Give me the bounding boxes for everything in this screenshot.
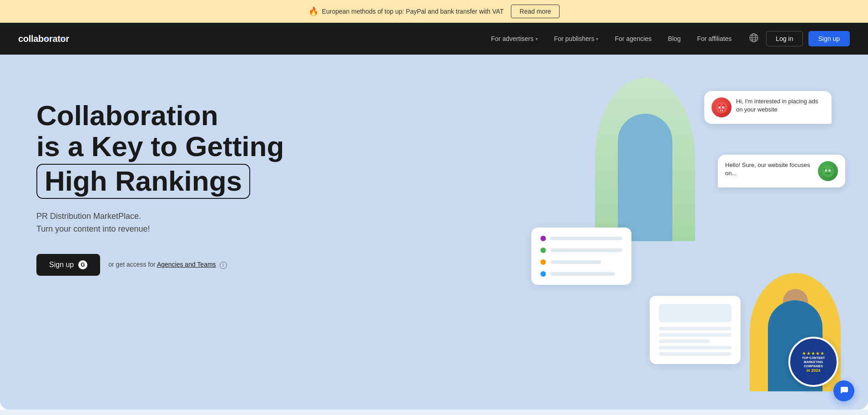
svg-point-9	[722, 106, 725, 109]
chevron-down-icon: ▾	[596, 36, 598, 41]
person-woman	[595, 77, 695, 241]
hero-title-highlight: High Rankings	[36, 164, 250, 198]
list-dot-blue	[540, 271, 546, 277]
banner-text: 🔥 European methods of top up: PayPal and…	[308, 6, 504, 16]
content-line	[659, 333, 732, 337]
cta-row: Sign up G or get access for Agencies and…	[36, 254, 284, 276]
chat-text-1: Hi, I'm interested in placing ads on you…	[736, 97, 824, 114]
hero-subtitle-line2: Turn your content into revenue!	[36, 224, 150, 233]
man-body	[768, 300, 823, 391]
nav-item-agencies[interactable]: For agencies	[608, 31, 658, 46]
chat-icon	[839, 385, 849, 397]
list-line-1	[550, 237, 622, 240]
monster-avatar-red	[712, 97, 732, 117]
svg-rect-13	[722, 110, 723, 111]
logo[interactable]: collaborator	[18, 34, 69, 44]
login-button[interactable]: Log in	[766, 31, 802, 46]
svg-point-17	[826, 171, 827, 172]
nav-item-publishers[interactable]: For publishers ▾	[548, 31, 605, 46]
cta-access-prefix: or get access for	[108, 261, 156, 268]
chat-bubble-2: Hello! Sure, our website focuses on...	[718, 155, 845, 187]
monster-avatar-green	[818, 161, 838, 181]
svg-point-5	[716, 101, 727, 113]
svg-rect-7	[723, 105, 725, 107]
hero-content: Collaboration is a Key to Getting High R…	[36, 82, 284, 276]
logo-text: collaborator	[18, 34, 69, 44]
svg-point-10	[720, 107, 721, 108]
list-item	[540, 271, 622, 277]
list-card	[531, 228, 631, 285]
navbar: collaborator For advertisers ▾ For publi…	[0, 23, 868, 55]
cta-agencies-text: or get access for Agencies and Teams i	[108, 261, 227, 269]
read-more-button[interactable]: Read more	[511, 5, 560, 18]
nav-affiliates-label: For affiliates	[697, 35, 732, 42]
award-badge: ★★★★★ TOP CONTENT MARKETING COMPANIES in…	[788, 337, 838, 387]
trusted-section: Trusted by	[0, 410, 868, 415]
nav-links: For advertisers ▾ For publishers ▾ For a…	[484, 31, 738, 46]
content-lines	[659, 327, 732, 356]
person-man	[750, 273, 841, 391]
signup-button-nav[interactable]: Sign up	[808, 31, 850, 46]
nav-advertisers-label: For advertisers	[491, 35, 533, 42]
nav-item-blog[interactable]: Blog	[661, 31, 687, 46]
badge-stars: ★★★★★	[802, 351, 825, 356]
nav-publishers-label: For publishers	[554, 35, 595, 42]
svg-point-16	[829, 170, 831, 172]
cta-signup-label: Sign up	[49, 261, 74, 269]
content-line-short	[659, 339, 710, 343]
woman-head	[631, 114, 659, 141]
svg-point-15	[825, 170, 828, 172]
list-line-4	[550, 272, 615, 276]
list-item	[540, 236, 622, 241]
chevron-down-icon: ▾	[535, 36, 538, 41]
svg-point-11	[723, 107, 724, 108]
svg-rect-12	[720, 110, 721, 111]
woman-body	[618, 114, 672, 241]
woman-figure	[595, 77, 695, 241]
badge-year: in 2024	[807, 368, 821, 373]
content-line	[659, 327, 732, 330]
man-head	[783, 289, 808, 314]
chat-support-button[interactable]	[833, 380, 854, 401]
chat-bubble-1: Hi, I'm interested in placing ads on you…	[704, 91, 832, 124]
nav-agencies-label: For agencies	[615, 35, 651, 42]
agencies-teams-link[interactable]: Agencies and Teams	[157, 261, 216, 268]
list-dot-orange	[540, 259, 546, 265]
list-item	[540, 248, 622, 253]
banner-message: European methods of top up: PayPal and b…	[322, 8, 504, 15]
man-figure	[750, 273, 841, 391]
nav-right: Log in Sign up	[747, 31, 850, 47]
cta-signup-button[interactable]: Sign up G	[36, 254, 100, 276]
content-image-block	[659, 304, 732, 322]
hero-title-line2: is a Key to Getting	[36, 131, 284, 162]
content-line	[659, 352, 732, 356]
nav-blog-label: Blog	[668, 35, 681, 42]
svg-rect-20	[831, 168, 832, 170]
list-item	[540, 259, 622, 265]
nav-item-advertisers[interactable]: For advertisers ▾	[484, 31, 544, 46]
hero-title: Collaboration is a Key to Getting High R…	[36, 100, 284, 199]
svg-point-14	[822, 165, 834, 177]
content-line	[659, 346, 732, 349]
hero-subtitle: PR Distribution MarketPlace. Turn your c…	[36, 210, 284, 236]
svg-rect-19	[824, 168, 825, 170]
chat-text-2: Hello! Sure, our website focuses on...	[725, 161, 813, 177]
google-icon: G	[78, 260, 87, 269]
list-line-3	[550, 260, 601, 264]
hero-visuals: Hi, I'm interested in placing ads on you…	[481, 55, 868, 410]
fire-icon: 🔥	[308, 6, 318, 16]
nav-item-affiliates[interactable]: For affiliates	[691, 31, 738, 46]
hero-section: Collaboration is a Key to Getting High R…	[0, 55, 868, 410]
content-card	[650, 296, 741, 364]
top-banner: 🔥 European methods of top up: PayPal and…	[0, 0, 868, 23]
badge-text-line1: TOP CONTENT MARKETING COMPANIES	[802, 356, 825, 368]
list-dot-green	[540, 248, 546, 253]
globe-icon[interactable]	[747, 31, 761, 47]
list-dot-purple	[540, 236, 546, 241]
info-icon[interactable]: i	[220, 262, 227, 269]
list-line-2	[550, 248, 622, 252]
svg-point-8	[719, 106, 721, 109]
hero-title-line1: Collaboration	[36, 100, 218, 131]
svg-rect-6	[718, 105, 720, 107]
hero-subtitle-line1: PR Distribution MarketPlace.	[36, 212, 141, 221]
